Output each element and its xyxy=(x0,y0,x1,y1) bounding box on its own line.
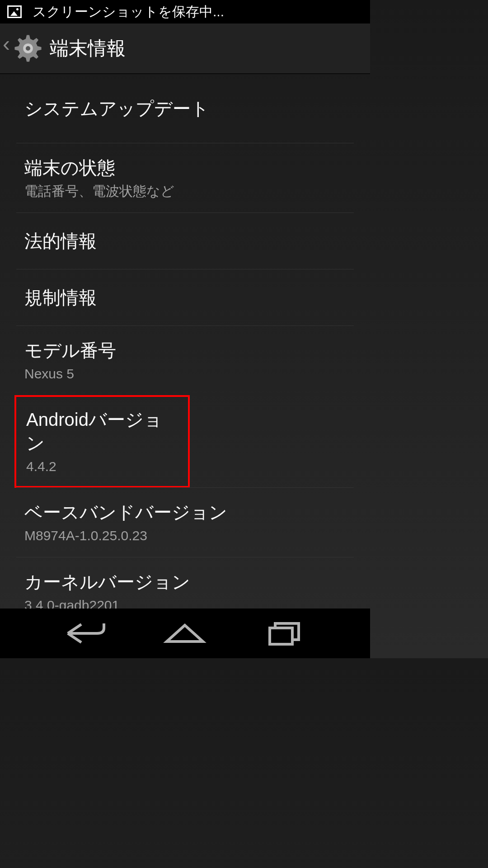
svg-rect-2 xyxy=(270,628,292,644)
nav-recent-button[interactable] xyxy=(262,620,307,647)
settings-list[interactable]: システムアップデート 端末の状態 電話番号、電波状態など 法的情報 規制情報 モ… xyxy=(0,74,370,632)
item-subtitle: Nexus 5 xyxy=(24,365,346,382)
item-title: ベースバンドバージョン xyxy=(24,500,346,524)
item-subtitle: 4.4.2 xyxy=(26,458,178,475)
item-title: モデル番号 xyxy=(24,339,346,362)
page-title: 端末情報 xyxy=(50,36,126,61)
list-item-regulatory-info[interactable]: 規制情報 xyxy=(16,269,354,326)
list-item-legal-info[interactable]: 法的情報 xyxy=(16,213,354,269)
list-item-android-version[interactable]: Androidバージョン 4.4.2 xyxy=(14,395,190,488)
item-title: Androidバージョン xyxy=(26,410,162,453)
recent-apps-icon xyxy=(262,620,307,647)
settings-icon xyxy=(12,32,44,65)
nav-home-button[interactable] xyxy=(162,620,207,647)
nav-back-button[interactable] xyxy=(63,620,108,647)
action-bar[interactable]: 端末情報 xyxy=(0,24,370,74)
item-title: システムアップデート xyxy=(24,97,346,120)
status-notification-text: スクリーンショットを保存中... xyxy=(33,3,224,21)
item-subtitle: M8974A-1.0.25.0.23 xyxy=(24,527,346,544)
back-chevron-icon xyxy=(4,39,12,57)
list-item-model-number[interactable]: モデル番号 Nexus 5 xyxy=(16,326,354,395)
item-title: カーネルバージョン xyxy=(24,570,346,594)
item-title: 端末の状態 xyxy=(24,156,346,179)
back-icon xyxy=(63,620,108,647)
item-title: 規制情報 xyxy=(24,286,346,309)
svg-point-1 xyxy=(26,46,30,51)
home-icon xyxy=(162,620,207,647)
navigation-bar xyxy=(0,609,370,658)
item-subtitle: 電話番号、電波状態など xyxy=(24,182,346,200)
item-title: 法的情報 xyxy=(24,229,346,253)
image-icon xyxy=(7,5,22,18)
list-item-system-update[interactable]: システムアップデート xyxy=(16,74,354,143)
list-item-baseband-version[interactable]: ベースバンドバージョン M8974A-1.0.25.0.23 xyxy=(16,487,354,557)
status-bar[interactable]: スクリーンショットを保存中... xyxy=(0,0,370,24)
list-item-device-status[interactable]: 端末の状態 電話番号、電波状態など xyxy=(16,143,354,213)
